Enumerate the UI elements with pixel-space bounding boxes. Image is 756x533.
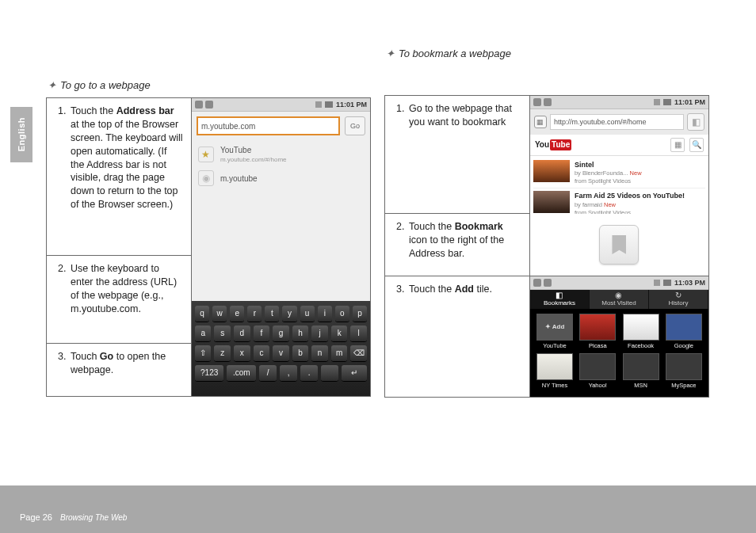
bookmark-tile[interactable]: Google <box>664 314 704 350</box>
bookmark-tile[interactable]: Picasa <box>578 314 617 350</box>
key[interactable]: b <box>292 345 309 362</box>
right-step-1: Go to the webpage that you want to bookm… <box>385 96 530 214</box>
key-backspace[interactable]: ⌫ <box>350 345 367 362</box>
key[interactable]: k <box>331 326 348 342</box>
address-input[interactable] <box>197 116 340 135</box>
key-shift[interactable]: ⇧ <box>195 345 212 362</box>
key[interactable]: o <box>335 306 349 322</box>
tab-label: History <box>669 299 689 308</box>
key[interactable]: i <box>318 306 332 322</box>
youtube-logo: YouTube <box>535 139 571 150</box>
youtube-header: YouTube ▦🔍 <box>530 135 708 156</box>
key[interactable]: m <box>331 345 348 362</box>
bookmark-tile[interactable]: Yahoo! <box>578 353 617 390</box>
key[interactable]: g <box>273 326 289 342</box>
left-step-1: Touch the Address bar at the top of the … <box>47 98 192 256</box>
signal-icon <box>654 280 660 286</box>
key-dotcom[interactable]: .com <box>227 365 256 382</box>
star-icon: ✦ <box>386 48 394 59</box>
clock-icon: ↻ <box>675 291 682 299</box>
key[interactable]: f <box>254 326 270 342</box>
left-step-3: Touch Go to open the webpage. <box>47 344 192 397</box>
right-step-3-text: Touch the Add tile. <box>407 283 521 296</box>
key[interactable]: l <box>350 326 367 342</box>
tab-bookmarks[interactable]: ◧Bookmarks <box>530 290 590 309</box>
bookmarks-grid: ✦ AddYouTube Picasa Facebook Google NY T… <box>530 309 708 391</box>
suggestion-row[interactable]: ★YouTubem.youtube.com/#/home <box>198 142 364 167</box>
key[interactable]: v <box>273 345 289 362</box>
bookmark-icon[interactable]: ◧ <box>687 113 704 131</box>
key-space[interactable] <box>321 365 338 382</box>
tile-thumb <box>666 314 702 341</box>
on-screen-keyboard: qwertyuiop asdfghjkl ⇧zxcvbnm⌫ ?123.com/… <box>192 301 370 396</box>
screenshot-bookmarks-grid: 11:03 PM ◧Bookmarks ◉Most Visited ↻Histo… <box>530 276 708 397</box>
key[interactable]: c <box>254 345 270 362</box>
key[interactable]: / <box>259 365 277 382</box>
add-tile[interactable]: ✦ AddYouTube <box>535 314 575 350</box>
right-screenshot-2-cell <box>529 214 708 276</box>
bookmark-tile[interactable]: MSN <box>620 353 660 390</box>
key-enter[interactable]: ↵ <box>342 365 367 382</box>
logo-you: You <box>535 139 549 150</box>
address-bar-row: ▦ http://m.youtube.com/#/home ◧ <box>530 109 708 135</box>
key[interactable]: z <box>214 345 231 362</box>
bookmark-ribbon-icon <box>612 235 626 254</box>
bookmark-icon-large[interactable] <box>599 225 639 265</box>
video-sub: by BlenderFounda... Newfrom Spotlight Vi… <box>575 169 642 185</box>
search-icon[interactable]: 🔍 <box>689 138 704 152</box>
key[interactable]: j <box>311 326 328 342</box>
signal-icon <box>654 99 660 105</box>
bookmark-tile[interactable]: NY Times <box>535 353 575 390</box>
tile-label: Picasa <box>589 342 607 350</box>
bookmark-tile[interactable]: MySpace <box>664 353 704 390</box>
tab-most-visited[interactable]: ◉Most Visited <box>590 290 649 309</box>
go-button[interactable]: Go <box>345 116 365 135</box>
key[interactable]: d <box>234 326 250 342</box>
key[interactable]: h <box>292 326 309 342</box>
logo-tube: Tube <box>550 139 571 150</box>
key[interactable]: u <box>300 306 315 322</box>
tab-history[interactable]: ↻History <box>649 290 708 309</box>
key[interactable]: . <box>300 365 318 382</box>
tile-label: NY Times <box>542 382 567 390</box>
key[interactable]: e <box>230 306 244 322</box>
key[interactable]: q <box>195 306 209 322</box>
status-bar: 11:01 PM <box>192 98 370 112</box>
key[interactable]: p <box>353 306 367 322</box>
screenshot-youtube-page: 11:01 PM ▦ http://m.youtube.com/#/home ◧… <box>530 96 708 213</box>
clock: 11:01 PM <box>674 97 705 107</box>
url-display[interactable]: http://m.youtube.com/#/home <box>550 114 684 130</box>
video-title: Sintel <box>575 160 642 169</box>
key[interactable]: t <box>265 306 279 322</box>
clock: 11:03 PM <box>674 278 705 287</box>
key[interactable]: , <box>280 365 297 382</box>
suggestion-row[interactable]: ◉m.youtube <box>198 167 364 189</box>
battery-icon <box>663 280 671 286</box>
screenshot-address-keyboard: 11:01 PM Go ★YouTubem.youtube.com/#/home… <box>192 98 370 396</box>
key[interactable]: y <box>282 306 296 322</box>
key[interactable]: s <box>214 326 231 342</box>
left-step-2: Use the keyboard to enter the address (U… <box>47 256 192 344</box>
key[interactable]: w <box>212 306 227 322</box>
suggestion-title: YouTube <box>220 145 287 156</box>
bookmark-tile[interactable]: Facebook <box>620 314 660 350</box>
video-thumb <box>533 191 570 213</box>
left-column: ✦To go to a webpage Touch the Address ba… <box>46 48 371 397</box>
tile-label: MySpace <box>671 382 696 390</box>
key[interactable]: x <box>234 345 250 362</box>
notif-icon <box>544 279 552 287</box>
video-thumb <box>533 160 570 182</box>
tile-thumb <box>536 353 573 380</box>
key[interactable]: a <box>195 326 212 342</box>
left-section-title-text: To go to a webpage <box>60 79 151 91</box>
right-screenshot-3-cell: 11:03 PM ◧Bookmarks ◉Most Visited ↻Histo… <box>529 276 708 398</box>
status-bar: 11:03 PM <box>530 276 708 290</box>
left-screenshot-cell: 11:01 PM Go ★YouTubem.youtube.com/#/home… <box>191 98 370 397</box>
video-row[interactable]: Sintelby BlenderFounda... Newfrom Spotli… <box>533 158 705 188</box>
key[interactable]: r <box>247 306 262 322</box>
grid-icon[interactable]: ▦ <box>670 138 685 152</box>
key[interactable]: n <box>311 345 328 362</box>
key-symbols[interactable]: ?123 <box>195 365 224 382</box>
add-tile-thumb: ✦ Add <box>536 314 573 341</box>
right-screenshot-1-cell: 11:01 PM ▦ http://m.youtube.com/#/home ◧… <box>529 96 708 214</box>
